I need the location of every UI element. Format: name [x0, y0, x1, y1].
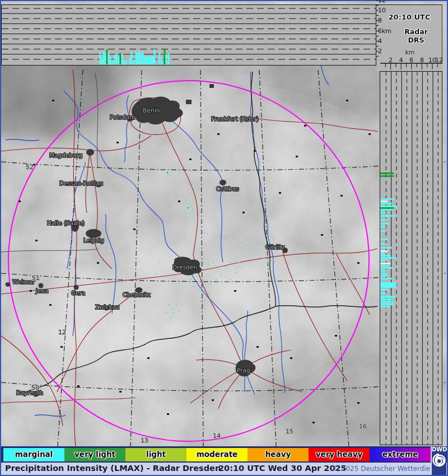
- legend-label: extreme: [370, 450, 431, 459]
- product-datetime: 20:10 UTC Wed 30 Apr 2025: [218, 464, 347, 473]
- axis-tick: [376, 51, 379, 52]
- city-label: Zwickau: [95, 304, 119, 310]
- top-height-profile-panel: [1, 4, 376, 66]
- footer-bar: Precipitation Intensity (LMAX) - Radar D…: [1, 463, 447, 475]
- right-height-profile-panel: [380, 71, 442, 445]
- city-label: Jena: [35, 287, 49, 294]
- height-axis-label: 4: [378, 38, 382, 45]
- legend-item-marginal: marginal: [3, 448, 64, 461]
- city-label: Halle (Saale): [47, 220, 85, 226]
- legend-item-very-light: very light: [64, 448, 125, 461]
- legend-label: moderate: [186, 450, 248, 459]
- graticule-label: 51: [32, 274, 40, 282]
- legend-item-very-heavy: very heavy: [309, 448, 370, 461]
- height-axis-label: 6km: [378, 27, 391, 35]
- axis-tick: [376, 36, 379, 36]
- legend-label: very heavy: [309, 450, 370, 459]
- city-label: Dessau-Roßlau: [59, 180, 103, 186]
- height-axis-label: 8: [378, 17, 382, 24]
- legend-item-extreme: extreme: [370, 448, 431, 461]
- axis-tick: [376, 15, 379, 16]
- city-label: Gera: [71, 290, 85, 296]
- city-label: Berlin: [143, 107, 160, 114]
- legend-label: heavy: [248, 450, 309, 459]
- graticule-label: 12: [58, 329, 66, 336]
- graticule-label: 52: [26, 164, 34, 171]
- city-label: Chemnitz: [123, 291, 151, 298]
- copyright: © 2025 Deutscher Wetterdienst: [333, 465, 441, 473]
- graticule-label: 50: [31, 384, 39, 391]
- radar-label: Radar: [390, 27, 442, 36]
- dwd-label: DWD: [432, 446, 446, 452]
- legend-item-moderate: moderate: [186, 448, 248, 461]
- city-label: Magdeburg: [49, 152, 82, 158]
- city-label: Potsdam: [110, 114, 135, 120]
- graticule-label: 15: [286, 428, 293, 435]
- city-label: Dresden: [172, 264, 197, 270]
- axis-tick: [376, 5, 379, 6]
- dwd-logo-box: DWD: [431, 446, 446, 475]
- city-label: Frankfurt (Oder): [211, 115, 259, 122]
- axis-tick: [376, 0, 379, 1]
- axis-tick: [376, 31, 379, 31]
- axis-tick: [376, 25, 379, 26]
- info-panel: 20:10 UTC Radar DRS km 121086km42 246810…: [376, 4, 442, 63]
- city-label: Prag: [237, 367, 250, 374]
- axis-tick: [376, 41, 379, 41]
- city-label: Leipzig: [83, 237, 104, 244]
- legend-label: light: [125, 450, 186, 459]
- height-axis-label: 12: [378, 0, 386, 4]
- legend-item-heavy: heavy: [248, 448, 309, 461]
- km-ruler: [376, 63, 442, 71]
- legend-label: marginal: [3, 450, 64, 459]
- city-label: Görlitz: [265, 244, 285, 250]
- graticule-label: 13: [141, 437, 148, 444]
- height-axis-label: 2: [378, 48, 382, 55]
- legend-label: very light: [64, 450, 125, 459]
- height-axis-label: 10: [378, 7, 386, 14]
- city-label: Cottbus: [216, 185, 239, 192]
- graticule-label: 16: [359, 423, 367, 430]
- axis-tick: [376, 46, 379, 46]
- intensity-legend: marginalvery lightlightmoderateheavyvery…: [1, 446, 447, 463]
- radar-site-code: DRS: [390, 36, 442, 44]
- axis-tick: [376, 56, 379, 57]
- axis-tick: [376, 10, 379, 11]
- dwd-spiral-icon: [432, 452, 446, 469]
- axis-tick: [376, 20, 379, 21]
- product-title: Precipitation Intensity (LMAX) - Radar D…: [5, 464, 221, 473]
- graticule-label: 14: [213, 432, 221, 440]
- radar-product-image: PotsdamBerlinFrankfurt (Oder)MagdeburgDe…: [0, 0, 448, 476]
- legend-item-light: light: [125, 448, 186, 461]
- timestamp: 20:10 UTC: [376, 13, 442, 21]
- km-axis-unit: km: [393, 49, 427, 56]
